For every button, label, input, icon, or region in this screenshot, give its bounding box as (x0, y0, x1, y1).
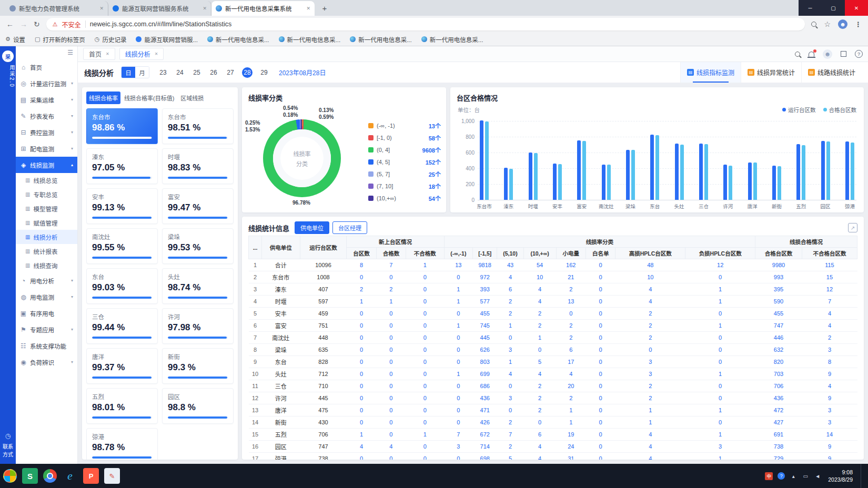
cell-value[interactable]: 4 (347, 441, 376, 453)
contact-link[interactable]: ◷ 联系方式 (2, 431, 14, 459)
bookmark-star-icon[interactable]: ☆ (824, 20, 831, 28)
refresh-icon[interactable]: ↻ (34, 21, 40, 28)
cell-value[interactable]: 2 (615, 380, 685, 392)
sidebar-subitem[interactable]: ▥线损分析 (16, 230, 77, 244)
cell-value[interactable]: 0 (406, 332, 445, 344)
cell-value[interactable]: 1 (376, 296, 406, 308)
cell-value[interactable]: 0 (685, 344, 755, 356)
cell-value[interactable]: 0 (347, 332, 376, 344)
cell-value[interactable]: 2 (523, 392, 556, 404)
cell-value[interactable]: 2 (615, 392, 685, 404)
bar-运行台区数[interactable] (480, 120, 483, 200)
bar-合格台区数[interactable] (558, 164, 562, 200)
sidebar-item[interactable]: ⌂首页 (16, 59, 77, 75)
collapse-icon[interactable]: ☰ (67, 49, 73, 56)
rate-card[interactable]: 富安99.47 % (162, 188, 234, 224)
cell-value[interactable]: 4 (523, 441, 556, 453)
bar-合格台区数[interactable] (851, 143, 854, 200)
bar-合格台区数[interactable] (680, 145, 684, 200)
browser-tab[interactable]: 新一代用电信息采集系统✕ (211, 1, 315, 16)
cell-value[interactable]: 632 (755, 344, 802, 356)
cell-value[interactable]: 0 (406, 271, 445, 283)
cell-value[interactable]: 0 (615, 344, 685, 356)
date-option[interactable]: 25 (191, 67, 202, 78)
cell-value[interactable]: 0 (376, 308, 406, 320)
cell-value[interactable]: 0 (586, 441, 615, 453)
cell-value[interactable]: 43 (497, 259, 523, 271)
cell-value[interactable]: 820 (755, 356, 802, 368)
paint-icon[interactable]: ✎ (104, 468, 120, 484)
bar-合格台区数[interactable] (607, 165, 611, 200)
cell-value[interactable]: 4 (615, 283, 685, 296)
bar-运行台区数[interactable] (748, 162, 752, 200)
cell-value[interactable]: 14 (802, 429, 857, 441)
cell-value[interactable]: 393 (473, 283, 497, 296)
cell-value[interactable]: 2 (615, 320, 685, 332)
browser-tab[interactable]: 能源互联网营销服务系统✕ (108, 1, 211, 16)
cell-value[interactable]: 747 (755, 320, 802, 332)
help-icon[interactable]: ? (778, 472, 785, 480)
period-toggle-option[interactable]: 日 (122, 67, 135, 78)
cell-value[interactable]: 4 (615, 453, 685, 460)
zoom-icon[interactable] (811, 22, 816, 27)
cell-value[interactable]: 0 (376, 271, 406, 283)
bar-运行台区数[interactable] (723, 165, 727, 200)
bar-合格台区数[interactable] (655, 135, 659, 200)
profile-avatar[interactable]: ☻ (838, 19, 847, 29)
bar-合格台区数[interactable] (704, 144, 708, 200)
cell-value[interactable]: 0 (523, 344, 556, 356)
bookmark-item[interactable]: 新一代用电信息采... (279, 35, 341, 44)
cell-value[interactable]: 9980 (755, 259, 802, 271)
cell-value[interactable]: 4 (802, 380, 857, 392)
cell-value[interactable]: 20 (556, 380, 586, 392)
cell-value[interactable]: 2 (497, 441, 523, 453)
cell-value[interactable]: 0 (406, 441, 445, 453)
cell-value[interactable]: 0 (406, 453, 445, 460)
monitor-tab[interactable]: ▤线路线损统计 (801, 62, 862, 83)
cell-value[interactable]: 455 (473, 308, 497, 320)
cell-value[interactable]: 1 (685, 283, 755, 296)
cell-value[interactable]: 0 (586, 344, 615, 356)
help-icon[interactable]: ? (855, 50, 863, 58)
tab-close-icon[interactable]: ✕ (306, 6, 310, 11)
cell-value[interactable]: 0 (347, 453, 376, 460)
period-toggle-option[interactable]: 月 (135, 67, 149, 78)
cell-value[interactable]: 672 (473, 429, 497, 441)
cell-value[interactable]: 9 (802, 368, 857, 380)
rate-card[interactable]: 新街99.3 % (162, 348, 234, 384)
cell-value[interactable]: 5 (497, 453, 523, 460)
rate-tab[interactable]: 区域线损 (178, 92, 206, 104)
cell-value[interactable]: 0 (376, 332, 406, 344)
cell-value[interactable]: 745 (473, 320, 497, 332)
table-scroll-area[interactable]: ...供电单位运行台区数新上台区情况线损率分类线损合格情况 台区数合格数不合格数… (242, 236, 864, 460)
cell-value[interactable]: 6 (497, 283, 523, 296)
date-option[interactable]: 29 (259, 67, 269, 78)
cell-value[interactable]: 1 (685, 368, 755, 380)
cell-value[interactable]: 8 (347, 259, 376, 271)
cell-value[interactable]: 0 (347, 271, 376, 283)
wps-icon[interactable]: P (83, 468, 99, 484)
cell-value[interactable]: 4 (523, 283, 556, 296)
cell-value[interactable]: 7 (376, 259, 406, 271)
rate-card[interactable]: 园区98.8 % (162, 388, 234, 424)
cell-value[interactable]: 1 (444, 296, 472, 308)
cell-value[interactable]: 3 (802, 404, 857, 416)
rate-card[interactable]: 时堰98.83 % (162, 148, 234, 184)
cell-value[interactable]: 1 (685, 296, 755, 308)
sidebar-item[interactable]: ◎计量运行监测▾ (16, 75, 77, 92)
cell-value[interactable]: 2 (347, 283, 376, 296)
bar-运行台区数[interactable] (504, 168, 508, 200)
chrome-icon[interactable] (43, 469, 57, 483)
monitor-tab[interactable]: ▤线损指标监测 (680, 62, 741, 83)
bar-运行台区数[interactable] (577, 140, 581, 200)
cell-value[interactable]: 0 (376, 429, 406, 441)
cell-value[interactable]: 4 (556, 368, 586, 380)
cell-value[interactable]: 0 (347, 320, 376, 332)
bookmark-item[interactable]: 新一代用电信息采... (350, 35, 412, 44)
cell-value[interactable]: 1 (444, 368, 472, 380)
rate-card[interactable]: 五烈98.01 % (86, 388, 158, 424)
cell-value[interactable]: 2 (556, 283, 586, 296)
bar-运行台区数[interactable] (626, 150, 630, 200)
bookmark-item[interactable]: ▢打开新的标签页 (35, 35, 85, 44)
search-icon[interactable] (795, 52, 800, 57)
